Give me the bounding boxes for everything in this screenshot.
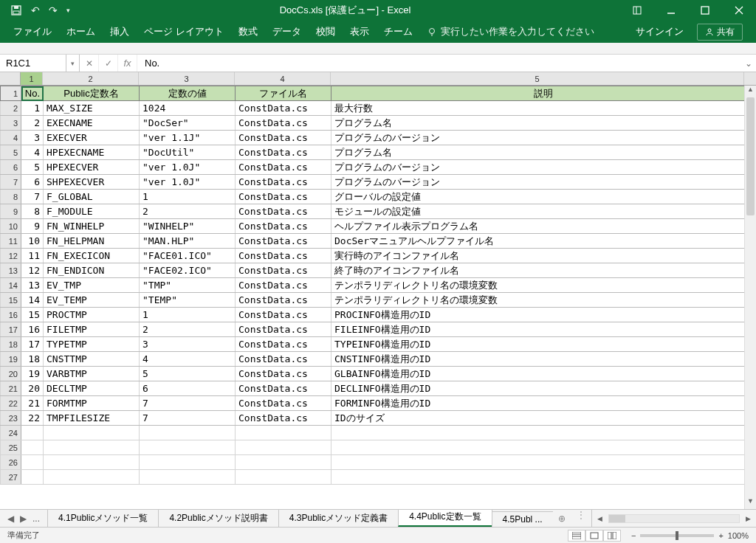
row-header[interactable]: 3 <box>1 116 21 131</box>
cell[interactable]: "ver 1.1J" <box>140 131 236 145</box>
cell[interactable]: 説明 <box>331 86 756 101</box>
row-header[interactable]: 27 <box>1 470 21 485</box>
tab-nav-prev-icon[interactable]: ◀ <box>7 513 14 524</box>
sheet-tab[interactable]: 4.5Publ ... <box>492 511 553 527</box>
row-header[interactable]: 11 <box>1 234 21 249</box>
zoom-in-icon[interactable]: + <box>718 531 723 540</box>
cell[interactable]: EXECNAME <box>44 116 140 131</box>
cell[interactable]: "TMP" <box>140 278 236 293</box>
cell[interactable]: 7 <box>140 411 236 426</box>
column-header[interactable]: 2 <box>43 72 139 85</box>
cell[interactable]: ConstData.cs <box>236 322 331 337</box>
cell[interactable]: CNSTINFO構造用のID <box>331 352 756 367</box>
minimize-button[interactable] <box>654 0 688 21</box>
cell[interactable]: DECLTMP <box>44 381 140 396</box>
cell[interactable]: "MAN.HLP" <box>140 234 236 249</box>
cell[interactable] <box>44 470 140 485</box>
row-header[interactable]: 8 <box>1 190 21 204</box>
cell[interactable]: ConstData.cs <box>236 101 331 116</box>
ribbon-options-icon[interactable] <box>620 0 654 21</box>
insert-function-icon[interactable]: fx <box>118 55 137 72</box>
cell[interactable]: ConstData.cs <box>236 145 331 160</box>
cell[interactable]: "DocUtil" <box>140 145 236 160</box>
column-header[interactable]: 3 <box>139 72 235 85</box>
cell[interactable]: "WINHELP" <box>140 219 236 234</box>
cell[interactable]: ファイル名 <box>236 86 331 101</box>
cell[interactable] <box>44 455 140 470</box>
zoom-out-icon[interactable]: − <box>631 531 636 540</box>
ribbon-tab-view[interactable]: 表示 <box>350 25 369 38</box>
ribbon-tab-review[interactable]: 校閲 <box>316 25 335 38</box>
cell[interactable] <box>44 440 140 455</box>
row-header[interactable]: 22 <box>1 396 21 411</box>
cell[interactable] <box>140 426 236 440</box>
cell[interactable]: 20 <box>21 381 44 396</box>
cell[interactable]: プログラムのバージョン <box>331 131 756 145</box>
cell[interactable]: ConstData.cs <box>236 249 331 263</box>
cell[interactable]: 10 <box>21 234 44 249</box>
cell[interactable]: 3 <box>140 337 236 352</box>
cell[interactable]: F_MODULE <box>44 204 140 219</box>
cell[interactable] <box>140 455 236 470</box>
cell[interactable]: 1024 <box>140 101 236 116</box>
cell[interactable]: FN_EXECICON <box>44 249 140 263</box>
cell[interactable] <box>140 440 236 455</box>
cell[interactable]: 2 <box>140 322 236 337</box>
cell[interactable]: 21 <box>21 396 44 411</box>
row-header[interactable]: 10 <box>1 219 21 234</box>
cell[interactable]: 14 <box>21 293 44 308</box>
cell[interactable]: 最大行数 <box>331 101 756 116</box>
hscroll-thumb[interactable] <box>609 515 625 522</box>
cell[interactable]: FN_WINHELP <box>44 219 140 234</box>
cell[interactable]: 8 <box>21 204 44 219</box>
cell[interactable] <box>331 426 756 440</box>
cell[interactable]: プログラム名 <box>331 145 756 160</box>
cell[interactable]: ConstData.cs <box>236 131 331 145</box>
cell[interactable]: ConstData.cs <box>236 160 331 175</box>
cell[interactable]: グローバルの設定値 <box>331 190 756 204</box>
cell[interactable]: PROCINFO構造用のID <box>331 308 756 322</box>
redo-icon[interactable]: ↷ <box>49 4 58 16</box>
cell[interactable]: 終了時のアイコンファイル名 <box>331 263 756 278</box>
cell[interactable]: モジュールの設定値 <box>331 204 756 219</box>
expand-formula-bar-icon[interactable]: ⌄ <box>741 55 756 72</box>
cell[interactable]: EV_TMP <box>44 278 140 293</box>
row-header[interactable]: 23 <box>1 411 21 426</box>
scroll-up-icon[interactable]: ▲ <box>745 86 756 97</box>
hscroll-track[interactable] <box>608 514 740 523</box>
cell[interactable]: 6 <box>140 381 236 396</box>
cell[interactable] <box>21 470 44 485</box>
cell[interactable]: 5 <box>140 367 236 381</box>
cell[interactable]: DocSerマニュアルヘルプファイル名 <box>331 234 756 249</box>
ribbon-tab-team[interactable]: チーム <box>384 25 413 38</box>
cell[interactable]: 7 <box>140 396 236 411</box>
cell[interactable]: 2 <box>21 116 44 131</box>
cell[interactable]: "ver 1.0J" <box>140 175 236 190</box>
cell[interactable] <box>331 440 756 455</box>
sheet-tab[interactable]: 4.1Publicメソッド一覧 <box>47 510 159 527</box>
row-header[interactable]: 4 <box>1 131 21 145</box>
cell[interactable]: 9 <box>21 219 44 234</box>
cancel-formula-icon[interactable]: ✕ <box>80 55 99 72</box>
cell[interactable]: ConstData.cs <box>236 367 331 381</box>
cell[interactable]: ConstData.cs <box>236 190 331 204</box>
cell[interactable]: プログラムのバージョン <box>331 160 756 175</box>
cell[interactable]: "DocSer" <box>140 116 236 131</box>
cell[interactable]: 1 <box>140 308 236 322</box>
horizontal-scrollbar[interactable]: ◀ ▶ <box>591 510 756 527</box>
cell[interactable]: ConstData.cs <box>236 337 331 352</box>
cell[interactable]: CNSTTMP <box>44 352 140 367</box>
cell[interactable]: テンポラリディレクトリ名の環境変数 <box>331 293 756 308</box>
cell[interactable]: 2 <box>140 204 236 219</box>
zoom-value[interactable]: 100% <box>728 531 749 540</box>
column-header[interactable]: 4 <box>235 72 331 85</box>
cell[interactable]: 7 <box>21 190 44 204</box>
formula-input[interactable]: No. <box>137 55 741 72</box>
cell[interactable]: 実行時のアイコンファイル名 <box>331 249 756 263</box>
cell[interactable]: HPEXECVER <box>44 160 140 175</box>
row-header[interactable]: 17 <box>1 322 21 337</box>
row-header[interactable]: 5 <box>1 145 21 160</box>
tell-me-box[interactable]: 実行したい作業を入力してください <box>427 25 594 38</box>
cell[interactable]: 19 <box>21 367 44 381</box>
cell[interactable]: "TEMP" <box>140 293 236 308</box>
